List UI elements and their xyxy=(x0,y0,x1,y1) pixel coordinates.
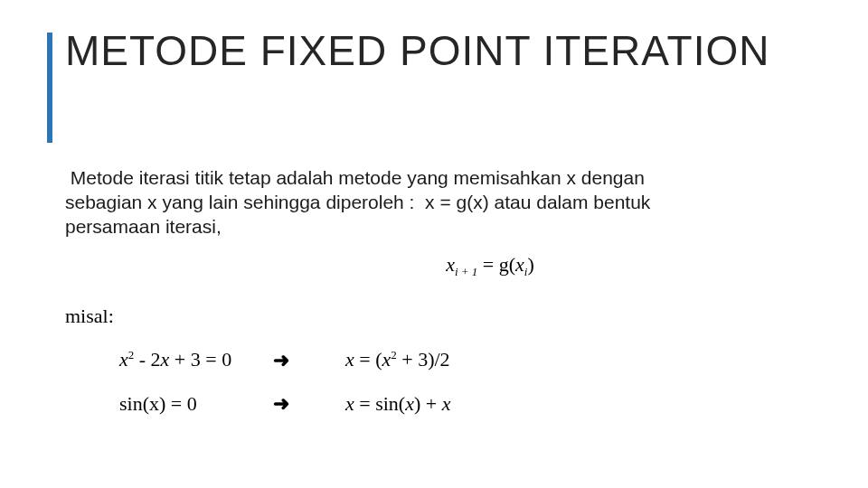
ex1-rhs-d: + 3)/2 xyxy=(397,349,450,371)
ex1-rhs-x: x xyxy=(345,349,354,371)
ex2-rhs-x3: x xyxy=(442,392,451,415)
arrow-icon: ➜ xyxy=(273,392,345,416)
iteration-formula: xi + 1 = g(xi) xyxy=(65,253,788,279)
formula-equals: = g( xyxy=(477,253,515,276)
ex2-rhs-d: ) + xyxy=(414,392,442,415)
example-2-rhs: x = sin(x) + x xyxy=(345,392,788,416)
ex2-rhs-x2: x xyxy=(405,392,414,415)
example-1-lhs: x2 - 2x + 3 = 0 xyxy=(65,348,273,371)
ex2-rhs-x: x xyxy=(345,392,354,415)
ex2-rhs-b: = sin( xyxy=(354,392,405,415)
formula-close: ) xyxy=(527,253,533,276)
slide-title: METODE FIXED POINT ITERATION xyxy=(65,27,807,75)
formula-var-x2: x xyxy=(515,253,524,276)
ex1-rhs-b: = ( xyxy=(354,349,382,371)
formula-sub-left: i + 1 xyxy=(455,265,477,278)
formula-var-x: x xyxy=(446,253,455,276)
ex1-lhs-b: - 2 xyxy=(134,349,160,371)
arrow-icon: ➜ xyxy=(273,349,345,372)
ex1-rhs-x2: x xyxy=(382,349,392,371)
example-row-1: x2 - 2x + 3 = 0 ➜ x = (x2 + 3)/2 xyxy=(65,348,788,371)
example-1-rhs: x = (x2 + 3)/2 xyxy=(345,348,788,371)
example-row-2: sin(x) = 0 ➜ x = sin(x) + x xyxy=(65,392,788,416)
ex1-lhs-d: + 3 = 0 xyxy=(169,349,231,371)
ex1-lhs-x: x xyxy=(119,349,128,371)
example-2-lhs: sin(x) = 0 xyxy=(65,392,273,416)
math-area: xi + 1 = g(xi) misal: x2 - 2x + 3 = 0 ➜ … xyxy=(65,253,788,436)
ex2-lhs-full: sin(x) = 0 xyxy=(119,392,197,415)
misal-label: misal: xyxy=(65,305,788,328)
body-paragraph: Metode iterasi titik tetap adalah metode… xyxy=(65,166,716,239)
ex1-lhs-x2: x xyxy=(161,349,170,371)
title-accent-bar xyxy=(47,33,52,143)
